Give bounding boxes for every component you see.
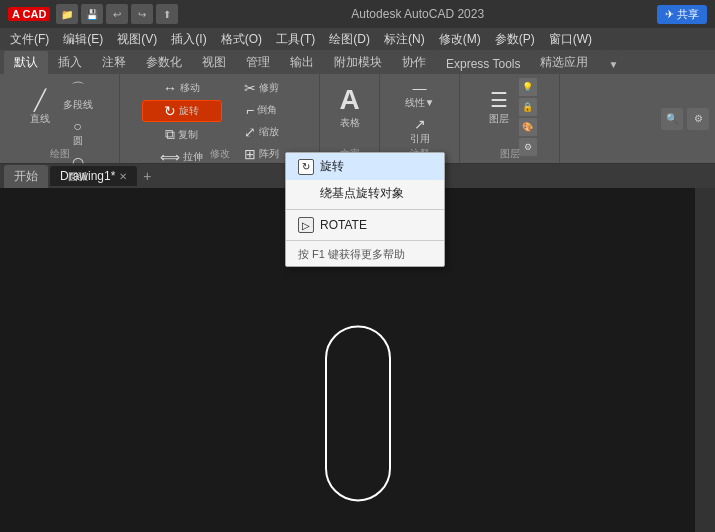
ribbon-group-layers: ☰ 图层 💡 🔒 🎨 ⚙ 图层 bbox=[460, 74, 560, 163]
undo-icon[interactable]: ↩ bbox=[106, 4, 128, 24]
ribbon-tabs: 默认 插入 注释 参数化 视图 管理 输出 附加模块 协作 Express To… bbox=[0, 50, 715, 74]
layer-tool-1[interactable]: 💡 bbox=[519, 78, 537, 96]
text-button[interactable]: A 表格 bbox=[334, 78, 366, 138]
tab-collab[interactable]: 协作 bbox=[392, 51, 436, 74]
up-icon[interactable]: ⬆ bbox=[156, 4, 178, 24]
tab-addons[interactable]: 附加模块 bbox=[324, 51, 392, 74]
menu-edit[interactable]: 编辑(E) bbox=[57, 29, 109, 50]
menu-file[interactable]: 文件(F) bbox=[4, 29, 55, 50]
polyline-button[interactable]: ⌒ 多段线 bbox=[60, 78, 96, 114]
dropdown-separator-2 bbox=[286, 240, 444, 241]
menu-view[interactable]: 视图(V) bbox=[111, 29, 163, 50]
tab-add-button[interactable]: + bbox=[139, 168, 155, 184]
tab-default[interactable]: 默认 bbox=[4, 51, 48, 74]
draw-tools-col1: ╱ 直线 bbox=[24, 78, 56, 138]
save-icon[interactable]: 💾 bbox=[81, 4, 103, 24]
ribbon-group-modify: ↔ 移动 ↻ 旋转 ⧉ 复制 ⟺ 拉伸 bbox=[120, 74, 320, 163]
tab-output[interactable]: 输出 bbox=[280, 51, 324, 74]
ribbon-settings-icon[interactable]: ⚙ bbox=[687, 108, 709, 130]
tab-annotate[interactable]: 注释 bbox=[92, 51, 136, 74]
ribbon-collapse-icon[interactable]: ▼ bbox=[602, 54, 624, 74]
rotate-option-icon: ↻ bbox=[298, 159, 314, 175]
title-bar: A CAD 📁 💾 ↩ ↪ ⬆ Autodesk AutoCAD 2023 ✈ … bbox=[0, 0, 715, 28]
ribbon-group-annotate: — 线性▼ ↗ 引用 ⊞ 表格 注释 bbox=[380, 74, 460, 163]
move-button[interactable]: ↔ 移动 bbox=[142, 78, 222, 98]
tab-insert[interactable]: 插入 bbox=[48, 51, 92, 74]
layer-tool-2[interactable]: 🔒 bbox=[519, 98, 537, 116]
layers-group-label: 图层 bbox=[460, 147, 559, 161]
copy-button[interactable]: ⧉ 复制 bbox=[142, 124, 222, 145]
layers-col: ☰ 图层 bbox=[483, 78, 515, 138]
menu-tools[interactable]: 工具(T) bbox=[270, 29, 321, 50]
titlebar-icons: 📁 💾 ↩ ↪ ⬆ bbox=[56, 4, 178, 24]
dropdown-help-text: 按 F1 键获得更多帮助 bbox=[286, 243, 444, 266]
tab-parametric[interactable]: 参数化 bbox=[136, 51, 192, 74]
tab-view[interactable]: 视图 bbox=[192, 51, 236, 74]
app-title: Autodesk AutoCAD 2023 bbox=[351, 7, 484, 21]
rotate-option-rotate[interactable]: ↻ 旋转 bbox=[286, 153, 444, 180]
drawing-tab-start[interactable]: 开始 bbox=[4, 165, 48, 188]
line-button[interactable]: ╱ 直线 bbox=[24, 78, 56, 138]
linetype-button[interactable]: — 线性▼ bbox=[402, 78, 438, 112]
text-col: A 表格 bbox=[334, 78, 366, 138]
rotate-cmd-icon: ▷ bbox=[298, 217, 314, 233]
ribbon-group-draw: ╱ 直线 ⌒ 多段线 ○ 圆 ◠ 圆弧 绘图 bbox=[0, 74, 120, 163]
dropdown-separator bbox=[286, 209, 444, 210]
titlebar-left: A CAD 📁 💾 ↩ ↪ ⬆ bbox=[8, 4, 178, 24]
trim-button[interactable]: ✂ 修剪 bbox=[226, 78, 298, 98]
layers-tools-col: 💡 🔒 🎨 ⚙ bbox=[519, 78, 537, 156]
layer-tool-3[interactable]: 🎨 bbox=[519, 118, 537, 136]
menu-params[interactable]: 参数(P) bbox=[489, 29, 541, 50]
rotate-dropdown-menu: ↻ 旋转 绕基点旋转对象 ▷ ROTATE 按 F1 键获得更多帮助 bbox=[285, 152, 445, 267]
layers-button[interactable]: ☰ 图层 bbox=[483, 78, 515, 138]
draw-tools-col2: ⌒ 多段线 ○ 圆 ◠ 圆弧 bbox=[60, 78, 96, 186]
ribbon-group-text: A 表格 文字 bbox=[320, 74, 380, 163]
ribbon: ╱ 直线 ⌒ 多段线 ○ 圆 ◠ 圆弧 绘图 bbox=[0, 74, 715, 164]
ribbon-search-icon[interactable]: 🔍 bbox=[661, 108, 683, 130]
draw-group-label: 绘图 bbox=[0, 147, 119, 161]
rotate-option-rotate-cmd[interactable]: ▷ ROTATE bbox=[286, 212, 444, 238]
tab-featured[interactable]: 精选应用 bbox=[530, 51, 598, 74]
svg-rect-0 bbox=[326, 326, 390, 500]
menu-draw[interactable]: 绘图(D) bbox=[323, 29, 376, 50]
tab-express-tools[interactable]: Express Tools bbox=[436, 54, 530, 74]
menu-bar: 文件(F) 编辑(E) 视图(V) 插入(I) 格式(O) 工具(T) 绘图(D… bbox=[0, 28, 715, 50]
menu-window[interactable]: 窗口(W) bbox=[543, 29, 598, 50]
fillet-button[interactable]: ⌐ 倒角 bbox=[226, 100, 298, 120]
menu-format[interactable]: 格式(O) bbox=[215, 29, 268, 50]
menu-dimension[interactable]: 标注(N) bbox=[378, 29, 431, 50]
ribbon-right-tools: 🔍 ⚙ bbox=[661, 74, 715, 163]
right-toolbar bbox=[695, 188, 715, 532]
circle-button[interactable]: ○ 圆 bbox=[62, 116, 94, 150]
tab-close-icon[interactable]: ✕ bbox=[119, 171, 127, 182]
tab-manage[interactable]: 管理 bbox=[236, 51, 280, 74]
open-file-icon[interactable]: 📁 bbox=[56, 4, 78, 24]
drawing-shape bbox=[323, 323, 393, 506]
scale-button[interactable]: ⤢ 缩放 bbox=[226, 122, 298, 142]
app-logo: A CAD bbox=[8, 7, 50, 21]
reference-button[interactable]: ↗ 引用 bbox=[404, 114, 436, 148]
menu-modify[interactable]: 修改(M) bbox=[433, 29, 487, 50]
menu-insert[interactable]: 插入(I) bbox=[165, 29, 212, 50]
redo-icon[interactable]: ↪ bbox=[131, 4, 153, 24]
rotate-option-around-base[interactable]: 绕基点旋转对象 bbox=[286, 180, 444, 207]
rotate-button[interactable]: ↻ 旋转 bbox=[142, 100, 222, 122]
share-button[interactable]: ✈ 共享 bbox=[657, 5, 707, 24]
